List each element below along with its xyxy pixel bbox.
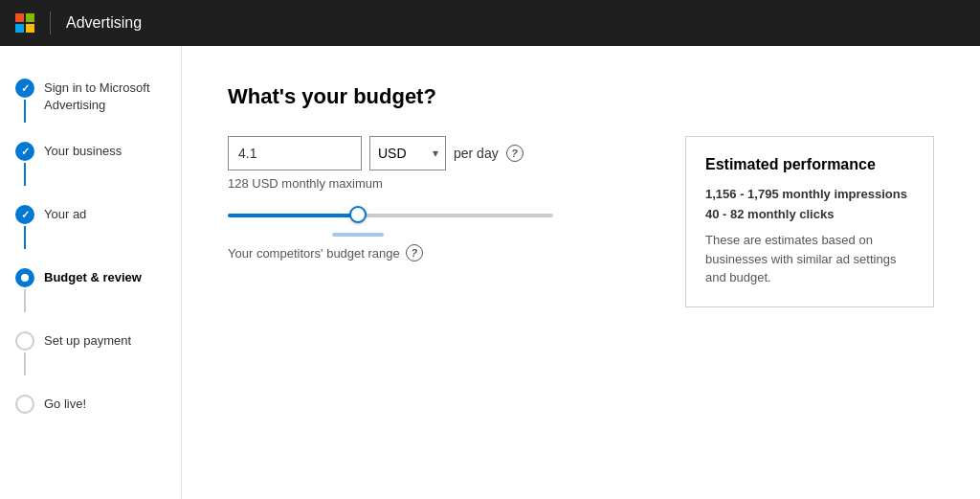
competitors-range-label: Your competitors' budget range ? bbox=[228, 244, 639, 261]
step-line-budget-review bbox=[24, 289, 26, 312]
header-divider bbox=[50, 11, 51, 34]
app-header: Advertising bbox=[0, 0, 980, 46]
step-circle-budget-review bbox=[15, 268, 34, 287]
page-title: What's your budget? bbox=[228, 84, 934, 109]
budget-help-icon[interactable]: ? bbox=[506, 145, 523, 162]
step-line-your-ad bbox=[24, 226, 26, 249]
per-day-label: per day bbox=[454, 146, 499, 161]
sidebar-item-your-business[interactable]: ✓ Your business bbox=[0, 132, 181, 195]
sidebar-label-go-live: Go live! bbox=[44, 395, 86, 413]
budget-input-row: USD EUR GBP CAD per day ? bbox=[228, 136, 639, 170]
page-layout: ✓ Sign in to Microsoft Advertising ✓ You… bbox=[0, 46, 980, 499]
competitors-range-text: Your competitors' budget range bbox=[228, 246, 400, 261]
slider-thumb[interactable] bbox=[349, 206, 367, 223]
performance-title: Estimated performance bbox=[705, 156, 914, 173]
step-line-your-business bbox=[24, 163, 26, 186]
check-icon: ✓ bbox=[21, 82, 30, 95]
sidebar-label-your-ad: Your ad bbox=[44, 205, 86, 223]
performance-note: These are estimates based on businesses … bbox=[705, 231, 914, 287]
main-content: What's your budget? USD EUR GBP CAD per … bbox=[182, 46, 980, 499]
step-circle-set-up-payment bbox=[15, 331, 34, 351]
sidebar-label-budget-review: Budget & review bbox=[44, 268, 142, 286]
budget-amount-input[interactable] bbox=[228, 136, 362, 170]
step-circle-your-ad: ✓ bbox=[15, 205, 34, 224]
monthly-max-label: 128 USD monthly maximum bbox=[228, 176, 639, 191]
budget-section: USD EUR GBP CAD per day ? 128 USD monthl… bbox=[228, 136, 639, 261]
sidebar-nav: ✓ Sign in to Microsoft Advertising ✓ You… bbox=[0, 46, 182, 499]
performance-impressions: 1,156 - 1,795 monthly impressions bbox=[705, 187, 914, 201]
step-line-sign-in bbox=[24, 100, 26, 123]
check-icon-business: ✓ bbox=[21, 146, 30, 158]
performance-card: Estimated performance 1,156 - 1,795 mont… bbox=[685, 136, 934, 307]
slider-range-bar bbox=[332, 233, 384, 237]
sidebar-item-go-live[interactable]: Go live! bbox=[0, 385, 181, 423]
currency-select[interactable]: USD EUR GBP CAD bbox=[369, 136, 446, 170]
currency-select-wrapper: USD EUR GBP CAD bbox=[369, 136, 446, 170]
sidebar-item-your-ad[interactable]: ✓ Your ad bbox=[0, 195, 181, 259]
step-circle-go-live bbox=[15, 395, 34, 414]
step-indicator-sign-in: ✓ bbox=[15, 79, 34, 123]
budget-slider-container bbox=[228, 214, 639, 237]
sidebar-label-your-business: Your business bbox=[44, 142, 122, 160]
sidebar-item-set-up-payment[interactable]: Set up payment bbox=[0, 322, 181, 385]
step-indicator-your-business: ✓ bbox=[15, 142, 34, 186]
active-dot bbox=[21, 274, 29, 282]
competitors-help-icon[interactable]: ? bbox=[406, 244, 423, 261]
sidebar-item-budget-review[interactable]: Budget & review bbox=[0, 259, 181, 322]
slider-fill bbox=[228, 214, 358, 217]
step-indicator-budget-review bbox=[15, 268, 34, 312]
step-indicator-set-up-payment bbox=[15, 331, 34, 375]
microsoft-logo bbox=[15, 13, 34, 33]
check-icon-ad: ✓ bbox=[21, 209, 30, 221]
sidebar-label-set-up-payment: Set up payment bbox=[44, 331, 131, 350]
header-product-title: Advertising bbox=[66, 14, 142, 32]
step-indicator-go-live bbox=[15, 395, 34, 414]
slider-track bbox=[228, 214, 553, 217]
sidebar-item-sign-in[interactable]: ✓ Sign in to Microsoft Advertising bbox=[0, 69, 181, 132]
step-line-set-up-payment bbox=[24, 352, 26, 375]
step-indicator-your-ad: ✓ bbox=[15, 205, 34, 249]
sidebar-label-sign-in: Sign in to Microsoft Advertising bbox=[44, 79, 166, 114]
step-circle-your-business: ✓ bbox=[15, 142, 34, 161]
performance-clicks: 40 - 82 monthly clicks bbox=[705, 207, 914, 221]
step-circle-sign-in: ✓ bbox=[15, 79, 34, 98]
content-row: USD EUR GBP CAD per day ? 128 USD monthl… bbox=[228, 136, 934, 307]
